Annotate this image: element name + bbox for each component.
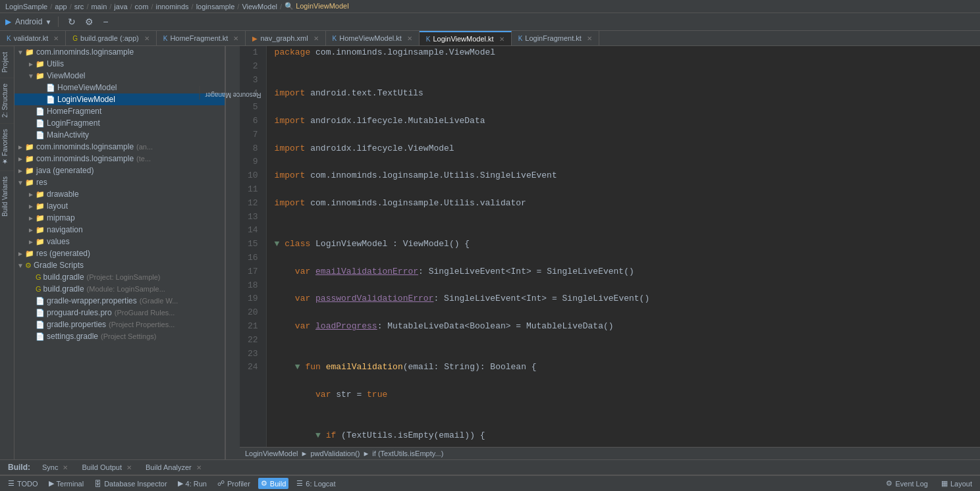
tree-item[interactable]: ► 📁 layout [14,200,225,212]
tab-loginviewmodel[interactable]: K LoginViewModel.kt ✕ [420,31,512,45]
database-inspector-label: Database Inspector [104,480,167,488]
vert-tab-structure[interactable]: 2: Structure [0,78,14,123]
close-nav-graph-tab[interactable]: ✕ [313,35,319,42]
tree-item[interactable]: ► 📁 java (generated) [14,165,225,176]
line-numbers: 123456789101112131415161718192021222324 [240,46,267,447]
tree-item[interactable]: ► 📁 com.innominds.loginsample (an... [14,141,225,153]
bottom-tab-build-analyzer[interactable]: Build Analyzer ✕ [139,461,209,474]
tree-item[interactable]: 📄 settings.gradle (Project Settings) [14,330,225,342]
logcat-icon: ☰ [296,479,303,488]
breadcrumb-bar: LoginSample / app / src / main / java / … [0,0,980,13]
tree-item[interactable]: ► 📁 values [14,236,225,247]
refresh-icon[interactable]: ↻ [65,15,78,28]
tree-item[interactable]: ► 📁 navigation [14,224,225,236]
android-icon: ▶ [5,17,11,26]
code-breadcrumb-class[interactable]: LoginViewModel [245,450,298,457]
tree-item[interactable]: ► 📁 Utilis [14,58,225,70]
tree-item[interactable]: 📄 HomeViewModel [14,82,225,93]
tree-item[interactable]: ▼ 📁 res [14,176,225,188]
tab-nav-graph[interactable]: ▶ nav_graph.xml ✕ [246,31,325,45]
code-text[interactable]: package com.innominds.loginsample.ViewMo… [267,46,980,447]
vert-tab-build-variants[interactable]: Build Variants [0,170,14,222]
tree-item[interactable]: G build.gradle (Project: LoginSample) [14,271,225,283]
folder-icon: 📁 [36,60,45,68]
close-home-fragment-tab[interactable]: ✕ [233,35,238,42]
status-profiler[interactable]: ☍ Profiler [215,478,253,489]
close-homeviewmodel-tab[interactable]: ✕ [407,35,412,42]
close-build-output[interactable]: ✕ [126,464,132,471]
tree-item[interactable]: 📄 gradle.properties (Project Properties.… [14,319,225,330]
tab-homeviewmodel[interactable]: K HomeViewModel.kt ✕ [326,31,420,45]
close-build-analyzer[interactable]: ✕ [196,464,202,471]
kt-icon-hvm: K [333,35,337,42]
tree-item[interactable]: 📄 proguard-rules.pro (ProGuard Rules... [14,307,225,319]
breadcrumb-loginsample[interactable]: LoginSample [5,3,47,11]
vert-tab-favorites[interactable]: ★ Favorites [0,123,14,170]
tab-loginfragment[interactable]: K LoginFragment.kt ✕ [512,31,599,45]
close-validator-tab[interactable]: ✕ [53,35,59,42]
breadcrumb-src[interactable]: src [74,3,84,11]
tree-item[interactable]: ▼ 📁 com.innominds.loginsample [14,46,225,58]
build-analyzer-label: Build Analyzer [146,463,192,471]
tree-item[interactable]: 📄 MainActivity [14,129,225,141]
nav-icon: ▶ [252,35,258,42]
code-breadcrumb-method[interactable]: pwdValidation() [310,450,360,457]
settings-gear-icon[interactable]: ⚙ [82,15,96,28]
kt-file-icon: 📄 [36,119,45,128]
folder-icon: 📁 [25,178,34,187]
status-terminal[interactable]: ▶ Terminal [46,478,87,489]
breadcrumb-main[interactable]: main [91,3,107,11]
status-run[interactable]: ▶ 4: Run [175,478,209,489]
event-log-label: Event Log [895,480,928,488]
breadcrumb-loginsample2[interactable]: loginsample [196,3,235,11]
code-breadcrumb-if[interactable]: if (TextUtils.isEmpty...) [372,450,443,457]
tree-item[interactable]: 📄 LoginFragment [14,117,225,129]
tab-homeviewmodel-label: HomeViewModel.kt [339,34,402,42]
tree-item[interactable]: 📄 HomeFragment [14,105,225,117]
close-build-gradle-tab[interactable]: ✕ [144,35,150,42]
layout-icon: ▦ [941,479,948,488]
vert-tab-resource-manager[interactable]: Resource Manager [199,86,266,100]
tree-item-loginviewmodel[interactable]: 📄 LoginViewModel [14,93,225,105]
project-label[interactable]: Android ▼ [15,17,51,26]
status-logcat[interactable]: ☰ 6: Logcat [294,478,338,489]
close-loginfragment-tab[interactable]: ✕ [587,35,592,42]
close-loginviewmodel-tab[interactable]: ✕ [499,36,504,43]
gradle-icon: G [36,273,41,281]
tree-item[interactable]: ► 📁 mipmap [14,212,225,224]
todo-label: TODO [17,480,38,488]
status-database-inspector[interactable]: 🗄 Database Inspector [92,478,169,489]
tree-item[interactable]: ▼ 📁 ViewModel [14,70,225,82]
status-layout[interactable]: ▦ Layout [939,478,975,489]
tree-item[interactable]: G build.gradle (Module: LoginSample... [14,283,225,295]
folder-icon: 📁 [25,143,34,151]
tree-item[interactable]: 📄 gradle-wrapper.properties (Gradle W... [14,295,225,307]
tab-build-gradle-app[interactable]: G build.gradle (:app) ✕ [66,31,156,45]
folder-icon: 📁 [25,155,34,163]
minus-icon[interactable]: − [100,15,111,28]
tree-item[interactable]: ► 📁 drawable [14,188,225,200]
status-todo[interactable]: ☰ TODO [5,478,41,489]
breadcrumb-viewmodel[interactable]: ViewModel [242,3,277,11]
breadcrumb-loginviewmodel: 🔍 LoginViewModel [285,2,349,11]
tab-home-fragment[interactable]: K HomeFragment.kt ✕ [157,31,246,45]
breadcrumb-app[interactable]: app [55,3,67,11]
code-container[interactable]: 123456789101112131415161718192021222324 … [240,46,980,447]
vert-tab-project[interactable]: Project [0,46,14,78]
gradle-icon: G [36,285,41,293]
breadcrumb-com[interactable]: com [135,3,149,11]
tab-home-fragment-label: HomeFragment.kt [170,34,228,42]
tree-item-gradle-scripts[interactable]: ▼ ⚙ Gradle Scripts [14,259,225,271]
tree-item[interactable]: ► 📁 com.innominds.loginsample (te... [14,153,225,165]
kt-file-icon: 📄 [36,131,45,140]
bottom-tab-build-output[interactable]: Build Output ✕ [75,461,139,474]
kt-icon-lvm: K [426,36,431,43]
tree-item[interactable]: ► 📁 res (generated) [14,247,225,259]
breadcrumb-java[interactable]: java [114,3,127,11]
status-build-active[interactable]: ⚙ Build [258,478,288,489]
tab-validator[interactable]: K validator.kt ✕ [0,31,66,45]
bottom-tab-sync[interactable]: Sync ✕ [36,461,75,474]
breadcrumb-innominds[interactable]: innominds [155,3,188,11]
status-event-log[interactable]: ⚙ Event Log [883,478,931,489]
close-sync[interactable]: ✕ [63,464,68,471]
